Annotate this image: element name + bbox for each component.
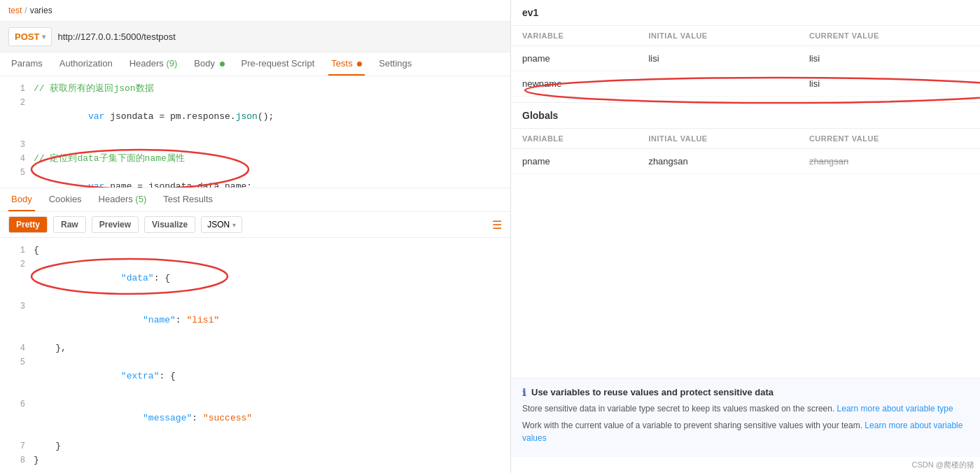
glob-row-pname: pname zhangsan zhangsan: [511, 149, 980, 174]
env-current-newname: lisi: [798, 71, 980, 97]
info-box: ℹ Use variables to reuse values and prot…: [511, 378, 980, 457]
resp-line-3: 3 "name": "lisi": [0, 299, 510, 341]
pretty-button[interactable]: Pretty: [8, 216, 48, 233]
response-section: Body Cookies Headers (5) Test Results Pr…: [0, 188, 510, 473]
request-tabs: Params Authorization Headers (9) Body Pr…: [0, 52, 510, 76]
env-var-pname: pname: [511, 46, 637, 71]
glob-var-pname: pname: [511, 149, 637, 174]
resp-line-7: 7 }: [0, 439, 510, 453]
env-name: ev1: [511, 0, 980, 26]
resp-line-5: 5 "extra": {: [0, 355, 510, 397]
method-dropdown-icon: ▾: [42, 33, 46, 41]
code-line-1: 1 // 获取所有的返回json数据: [0, 82, 510, 96]
col-current-value: CURRENT VALUE: [798, 26, 980, 46]
visualize-button[interactable]: Visualize: [144, 216, 195, 233]
json-label: JSON: [207, 220, 230, 230]
env-variables-section: VARIABLE INITIAL VALUE CURRENT VALUE pna…: [511, 26, 980, 97]
env-variables-table: VARIABLE INITIAL VALUE CURRENT VALUE pna…: [511, 26, 980, 97]
json-format-selector[interactable]: JSON ▾: [201, 216, 242, 233]
info-text-1: Store sensitive data in variable type se…: [522, 402, 969, 415]
info-link-1[interactable]: Learn more about variable type: [837, 404, 953, 414]
col-initial-value: INITIAL VALUE: [637, 26, 798, 46]
method-select[interactable]: POST ▾: [8, 27, 52, 46]
raw-button[interactable]: Raw: [53, 216, 86, 233]
resp-line-8: 8 }: [0, 453, 510, 467]
env-row-pname: pname lisi lisi: [511, 46, 980, 71]
tab-tests[interactable]: Tests: [328, 52, 365, 76]
resp-line-1: 1 {: [0, 243, 510, 257]
watermark: CSDN @爬楼的猪: [511, 457, 980, 473]
url-bar: POST ▾: [0, 22, 510, 52]
url-input[interactable]: [57, 31, 502, 42]
breadcrumb-sep: /: [24, 6, 27, 15]
tab-pre-request[interactable]: Pre-request Script: [239, 52, 318, 76]
info-icon: ℹ: [522, 387, 526, 398]
resp-tab-headers[interactable]: Headers (5): [96, 188, 150, 211]
info-title: Use variables to reuse values and protec…: [531, 387, 774, 397]
resp-line-6: 6 "message": "success": [0, 397, 510, 439]
tab-settings[interactable]: Settings: [376, 52, 414, 76]
globals-variables-table: VARIABLE INITIAL VALUE CURRENT VALUE pna…: [511, 129, 980, 174]
response-toolbar: Pretty Raw Preview Visualize JSON ▾ ☰: [0, 212, 510, 238]
breadcrumb: test / varies: [0, 0, 510, 22]
glob-col-initial: INITIAL VALUE: [637, 129, 798, 149]
env-var-newname: newname: [511, 71, 637, 97]
tab-params[interactable]: Params: [8, 52, 46, 76]
right-panel: ev1 VARIABLE INITIAL VALUE CURRENT VALUE…: [511, 0, 980, 473]
glob-initial-pname: zhangsan: [637, 149, 798, 174]
filter-icon[interactable]: ☰: [492, 218, 502, 232]
glob-col-current: CURRENT VALUE: [798, 129, 980, 149]
tab-headers[interactable]: Headers (9): [127, 52, 181, 76]
test-code-editor[interactable]: 1 // 获取所有的返回json数据 2 var jsondata = pm.r…: [0, 76, 510, 188]
breadcrumb-name: varies: [30, 6, 52, 15]
response-tabs: Body Cookies Headers (5) Test Results: [0, 188, 510, 212]
info-text-2: Work with the current value of a variabl…: [522, 419, 969, 444]
preview-button[interactable]: Preview: [92, 216, 139, 233]
env-current-pname: lisi: [798, 46, 980, 71]
resp-tab-cookies[interactable]: Cookies: [46, 188, 85, 211]
glob-col-variable: VARIABLE: [511, 129, 637, 149]
method-label: POST: [15, 31, 39, 42]
env-row-newname: newname lisi: [511, 71, 980, 97]
env-initial-newname: [637, 71, 798, 97]
resp-tab-test-results[interactable]: Test Results: [160, 188, 216, 211]
response-body-code[interactable]: 1 { 2 "data": { 3 "name": "lisi": [0, 238, 510, 473]
resp-line-4: 4 },: [0, 341, 510, 355]
resp-tab-body[interactable]: Body: [8, 188, 35, 211]
breadcrumb-test[interactable]: test: [8, 6, 22, 15]
env-initial-pname: lisi: [637, 46, 798, 71]
code-line-5: 5 var name = jsondata.data.name;: [0, 166, 510, 188]
tab-body[interactable]: Body: [191, 52, 227, 76]
code-line-3: 3: [0, 138, 510, 152]
col-variable: VARIABLE: [511, 26, 637, 46]
globals-header: Globals: [511, 102, 980, 129]
code-line-4: 4 // 定位到data子集下面的name属性: [0, 152, 510, 166]
json-dropdown-icon: ▾: [232, 221, 236, 229]
resp-line-2: 2 "data": {: [0, 257, 510, 299]
tab-authorization[interactable]: Authorization: [57, 52, 115, 76]
code-line-2: 2 var jsondata = pm.response.json();: [0, 96, 510, 138]
glob-current-pname: zhangsan: [798, 149, 980, 174]
